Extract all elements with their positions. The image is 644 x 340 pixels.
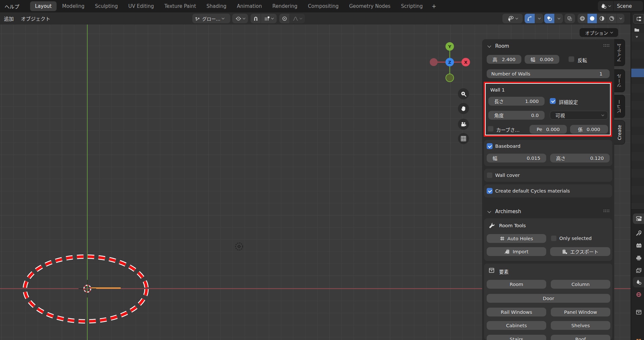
overlays-dropdown[interactable] (555, 14, 563, 23)
wall-angle-field[interactable]: 角度 0.0 (488, 111, 545, 120)
shading-wireframe-button[interactable] (578, 14, 587, 23)
magnifier-plus-icon (461, 91, 467, 97)
proportional-editing-button[interactable] (279, 14, 289, 23)
tab-item[interactable]: アイテム (614, 39, 625, 66)
flip-checkbox[interactable] (568, 56, 574, 62)
archimesh-panel-header[interactable]: Archimesh (482, 207, 614, 216)
tab-animation[interactable]: Animation (232, 1, 267, 11)
gizmo-neg-y-axis[interactable] (446, 74, 454, 82)
shading-material-button[interactable] (597, 14, 607, 23)
tab-view-layer-properties[interactable] (633, 265, 644, 276)
stairs-button[interactable]: Stairs (487, 335, 546, 340)
pivot-point-dropdown[interactable] (232, 14, 248, 23)
tab-sculpting[interactable]: Sculpting (90, 1, 123, 11)
baseboard-height-field[interactable]: 高さ 0.120 (550, 154, 610, 162)
tab-tool-properties[interactable] (633, 213, 644, 224)
tab-modeling[interactable]: Modeling (57, 1, 89, 11)
tab-uv-editing[interactable]: UV Editing (123, 1, 159, 11)
transform-orientation-dropdown[interactable]: グロー… (192, 14, 230, 23)
tab-create[interactable]: Create (614, 120, 625, 144)
roof-button[interactable]: Roof (551, 335, 610, 340)
baseboard-width-field[interactable]: 幅 0.015 (487, 154, 546, 162)
tab-tool[interactable]: ツール (614, 69, 625, 92)
only-selected-label: Only selected (559, 236, 592, 241)
toggle-grid-button[interactable] (458, 133, 469, 144)
tab-scripting[interactable]: Scripting (396, 1, 428, 11)
outliner-rows[interactable] (631, 25, 644, 209)
tab-output-properties[interactable] (633, 253, 644, 263)
field-value: 0.000 (586, 127, 600, 132)
only-selected-checkbox[interactable] (551, 235, 557, 241)
tab-texture-paint[interactable]: Texture Paint (160, 1, 201, 11)
help-menu[interactable]: ヘルプ (0, 1, 24, 12)
tab-geometry-nodes[interactable]: Geometry Nodes (344, 1, 395, 11)
cabinets-button[interactable]: Cabinets (487, 321, 546, 330)
add-menu[interactable]: 追加 (4, 12, 14, 25)
rail-windows-button[interactable]: Rail Windows (487, 308, 546, 316)
room-width-field[interactable]: 幅 0.000 (525, 55, 559, 64)
tool-options-dropdown[interactable]: オプション (580, 28, 618, 37)
tab-object-data-properties[interactable] (633, 335, 644, 340)
tab-rendering[interactable]: Rendering (268, 1, 303, 11)
export-button[interactable]: エクスポート (550, 247, 610, 256)
wall-visibility-select[interactable]: 可視 (550, 111, 608, 120)
room-height-field[interactable]: 高 2.400 (487, 55, 521, 64)
number-of-walls-field[interactable]: Number of Walls 1 (487, 69, 610, 78)
column-button[interactable]: Column (551, 280, 610, 289)
tab-scene-properties[interactable] (633, 277, 644, 287)
tab-object-properties[interactable] (633, 307, 644, 317)
elements-archive-icon (489, 267, 495, 273)
wall1-title: Wall 1 (490, 87, 505, 93)
curved-checkbox[interactable] (488, 126, 494, 132)
gizmo-neg-x-axis[interactable] (430, 58, 438, 66)
magnet-icon (253, 16, 258, 21)
shelves-button[interactable]: Shelves (551, 321, 610, 330)
tab-render-tools[interactable] (633, 228, 644, 238)
wireframe-sphere-icon (580, 16, 585, 21)
camera-view-button[interactable] (458, 119, 469, 130)
pan-button[interactable] (458, 103, 469, 114)
object-visibility-dropdown[interactable] (502, 14, 523, 23)
show-gizmo-toggle[interactable] (525, 14, 535, 23)
import-button[interactable]: Import (487, 247, 546, 256)
door-button[interactable]: Door (487, 294, 610, 303)
drag-handle-icon[interactable] (603, 209, 610, 212)
outliner-selected-row[interactable] (631, 69, 644, 77)
room-button[interactable]: Room (487, 280, 546, 289)
xray-toggle[interactable] (565, 14, 575, 23)
gizmos-group (525, 14, 543, 23)
proportional-falloff-dropdown[interactable] (290, 14, 305, 23)
wall-factor-field[interactable]: 係 0.000 (570, 125, 608, 134)
add-workspace-button[interactable]: + (428, 2, 440, 11)
tab-world-properties[interactable] (633, 289, 644, 300)
room-panel-header[interactable]: Room (482, 41, 614, 51)
shading-solid-button[interactable] (587, 14, 597, 23)
panel-window-button[interactable]: Panel Window (551, 308, 610, 316)
expand-triangle-icon[interactable] (635, 36, 638, 38)
cycles-materials-checkbox[interactable] (487, 188, 493, 194)
snap-increment-icon (264, 16, 270, 21)
wall-pe-field[interactable]: Pe 0.000 (530, 125, 567, 134)
tab-compositing[interactable]: Compositing (303, 1, 343, 11)
advanced-settings-checkbox[interactable] (550, 98, 556, 104)
drag-handle-icon[interactable] (603, 44, 610, 47)
gizmo-dropdown[interactable] (535, 14, 543, 23)
wall-length-field[interactable]: 長さ 1.000 (488, 97, 545, 106)
tab-render-properties[interactable] (633, 240, 644, 251)
wall-cover-checkbox[interactable] (487, 172, 493, 178)
scene-selector[interactable]: Scene (598, 1, 643, 11)
shading-rendered-button[interactable] (607, 14, 617, 23)
navigation-gizmo[interactable]: Y X Z (429, 42, 470, 82)
zoom-button[interactable] (458, 88, 469, 99)
shading-dropdown[interactable] (617, 14, 624, 23)
object-menu[interactable]: オブジェクト (21, 12, 50, 25)
auto-holes-button[interactable]: Auto Holes (487, 234, 546, 243)
snap-to-dropdown[interactable] (261, 14, 277, 23)
baseboard-checkbox[interactable] (487, 143, 493, 149)
outliner-display-mode-button[interactable] (633, 14, 644, 24)
tab-view[interactable]: ビュー (614, 95, 625, 118)
tab-shading[interactable]: Shading (201, 1, 231, 11)
snap-toggle-button[interactable] (251, 14, 261, 23)
tab-layout[interactable]: Layout (30, 1, 57, 11)
show-overlays-toggle[interactable] (544, 14, 554, 23)
